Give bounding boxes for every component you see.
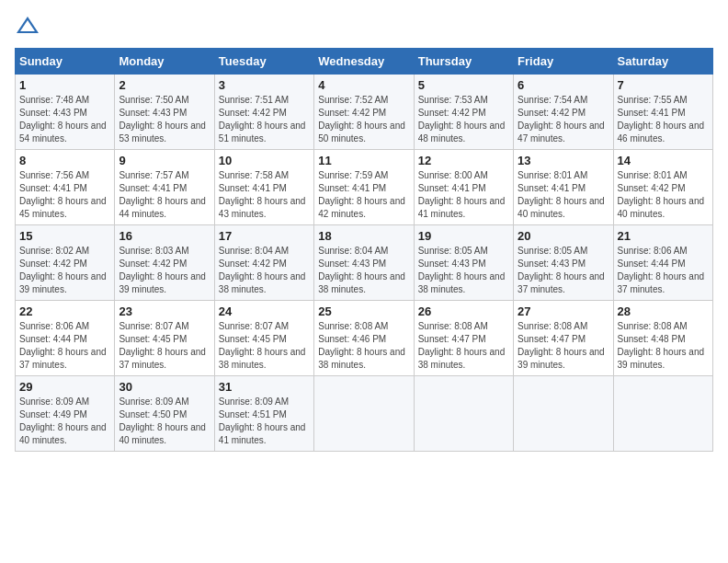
- day-number: 2: [119, 78, 210, 92]
- calendar-cell: 22 Sunrise: 8:06 AMSunset: 4:44 PMDaylig…: [16, 301, 115, 376]
- calendar-cell: 14 Sunrise: 8:01 AMSunset: 4:42 PMDaylig…: [613, 150, 712, 225]
- calendar-cell: 20 Sunrise: 8:05 AMSunset: 4:43 PMDaylig…: [514, 225, 613, 301]
- day-number: 14: [618, 154, 709, 167]
- calendar-cell: 31 Sunrise: 8:09 AMSunset: 4:51 PMDaylig…: [214, 376, 313, 452]
- calendar-cell: 13 Sunrise: 8:01 AMSunset: 4:41 PMDaylig…: [514, 150, 613, 225]
- day-number: 19: [418, 229, 509, 243]
- day-number: 22: [19, 304, 110, 318]
- day-info: Sunrise: 7:58 AMSunset: 4:41 PMDaylight:…: [219, 169, 310, 221]
- col-header-thursday: Thursday: [414, 49, 513, 75]
- day-info: Sunrise: 7:55 AMSunset: 4:41 PMDaylight:…: [618, 94, 709, 145]
- day-number: 18: [318, 229, 409, 243]
- day-info: Sunrise: 7:52 AMSunset: 4:42 PMDaylight:…: [318, 94, 409, 145]
- col-header-tuesday: Tuesday: [214, 49, 313, 75]
- calendar-cell: 23 Sunrise: 8:07 AMSunset: 4:45 PMDaylig…: [115, 301, 214, 376]
- day-number: 4: [318, 78, 409, 92]
- day-number: 23: [119, 304, 210, 318]
- day-number: 7: [618, 78, 709, 92]
- day-number: 27: [518, 304, 609, 318]
- day-info: Sunrise: 8:06 AMSunset: 4:44 PMDaylight:…: [618, 245, 709, 296]
- day-number: 13: [518, 154, 609, 167]
- col-header-wednesday: Wednesday: [314, 49, 414, 75]
- calendar-cell: 17 Sunrise: 8:04 AMSunset: 4:42 PMDaylig…: [214, 225, 313, 301]
- day-info: Sunrise: 8:00 AMSunset: 4:41 PMDaylight:…: [418, 169, 509, 221]
- day-number: 16: [119, 229, 210, 243]
- calendar-cell: 8 Sunrise: 7:56 AMSunset: 4:41 PMDayligh…: [16, 150, 115, 225]
- calendar-cell: 21 Sunrise: 8:06 AMSunset: 4:44 PMDaylig…: [613, 225, 712, 301]
- calendar-cell: 15 Sunrise: 8:02 AMSunset: 4:42 PMDaylig…: [16, 225, 115, 301]
- day-info: Sunrise: 7:53 AMSunset: 4:42 PMDaylight:…: [418, 94, 509, 145]
- calendar-cell: 12 Sunrise: 8:00 AMSunset: 4:41 PMDaylig…: [414, 150, 513, 225]
- day-info: Sunrise: 8:09 AMSunset: 4:51 PMDaylight:…: [219, 396, 310, 447]
- day-info: Sunrise: 8:09 AMSunset: 4:50 PMDaylight:…: [119, 396, 210, 447]
- day-info: Sunrise: 7:59 AMSunset: 4:41 PMDaylight:…: [318, 169, 409, 221]
- day-number: 24: [219, 304, 310, 318]
- day-info: Sunrise: 8:09 AMSunset: 4:49 PMDaylight:…: [19, 396, 110, 447]
- col-header-monday: Monday: [115, 49, 214, 75]
- day-info: Sunrise: 7:56 AMSunset: 4:41 PMDaylight:…: [19, 169, 110, 221]
- day-number: 17: [219, 229, 310, 243]
- calendar-cell: [314, 376, 414, 452]
- day-number: 10: [219, 154, 310, 167]
- calendar-cell: 7 Sunrise: 7:55 AMSunset: 4:41 PMDayligh…: [613, 75, 712, 150]
- calendar-cell: [414, 376, 513, 452]
- day-info: Sunrise: 8:07 AMSunset: 4:45 PMDaylight:…: [119, 320, 210, 372]
- calendar-cell: 19 Sunrise: 8:05 AMSunset: 4:43 PMDaylig…: [414, 225, 513, 301]
- calendar-cell: 24 Sunrise: 8:07 AMSunset: 4:45 PMDaylig…: [214, 301, 313, 376]
- calendar-cell: 18 Sunrise: 8:04 AMSunset: 4:43 PMDaylig…: [314, 225, 414, 301]
- day-info: Sunrise: 7:57 AMSunset: 4:41 PMDaylight:…: [119, 169, 210, 221]
- day-number: 30: [119, 380, 210, 394]
- day-info: Sunrise: 8:05 AMSunset: 4:43 PMDaylight:…: [518, 245, 609, 296]
- day-number: 26: [418, 304, 509, 318]
- calendar-cell: 9 Sunrise: 7:57 AMSunset: 4:41 PMDayligh…: [115, 150, 214, 225]
- day-info: Sunrise: 8:02 AMSunset: 4:42 PMDaylight:…: [19, 245, 110, 296]
- day-number: 21: [618, 229, 709, 243]
- day-info: Sunrise: 8:06 AMSunset: 4:44 PMDaylight:…: [19, 320, 110, 372]
- day-info: Sunrise: 8:08 AMSunset: 4:46 PMDaylight:…: [318, 320, 409, 372]
- calendar-cell: 4 Sunrise: 7:52 AMSunset: 4:42 PMDayligh…: [314, 75, 414, 150]
- day-info: Sunrise: 8:08 AMSunset: 4:48 PMDaylight:…: [618, 320, 709, 372]
- calendar-cell: [613, 376, 712, 452]
- day-info: Sunrise: 8:01 AMSunset: 4:42 PMDaylight:…: [618, 169, 709, 221]
- calendar-cell: 10 Sunrise: 7:58 AMSunset: 4:41 PMDaylig…: [214, 150, 313, 225]
- day-info: Sunrise: 8:08 AMSunset: 4:47 PMDaylight:…: [518, 320, 609, 372]
- day-number: 25: [318, 304, 409, 318]
- day-number: 28: [618, 304, 709, 318]
- calendar-cell: 6 Sunrise: 7:54 AMSunset: 4:42 PMDayligh…: [514, 75, 613, 150]
- calendar-cell: 27 Sunrise: 8:08 AMSunset: 4:47 PMDaylig…: [514, 301, 613, 376]
- calendar-cell: 16 Sunrise: 8:03 AMSunset: 4:42 PMDaylig…: [115, 225, 214, 301]
- calendar-cell: 28 Sunrise: 8:08 AMSunset: 4:48 PMDaylig…: [613, 301, 712, 376]
- calendar-cell: 26 Sunrise: 8:08 AMSunset: 4:47 PMDaylig…: [414, 301, 513, 376]
- page-header: [15, 15, 713, 37]
- day-number: 8: [19, 154, 110, 167]
- day-info: Sunrise: 8:05 AMSunset: 4:43 PMDaylight:…: [418, 245, 509, 296]
- day-info: Sunrise: 8:07 AMSunset: 4:45 PMDaylight:…: [219, 320, 310, 372]
- calendar-cell: 11 Sunrise: 7:59 AMSunset: 4:41 PMDaylig…: [314, 150, 414, 225]
- day-info: Sunrise: 7:50 AMSunset: 4:43 PMDaylight:…: [119, 94, 210, 145]
- calendar-cell: 1 Sunrise: 7:48 AMSunset: 4:43 PMDayligh…: [16, 75, 115, 150]
- day-number: 6: [518, 78, 609, 92]
- calendar-table: SundayMondayTuesdayWednesdayThursdayFrid…: [15, 48, 713, 452]
- logo: [15, 15, 44, 37]
- logo-icon: [15, 15, 40, 37]
- day-info: Sunrise: 7:54 AMSunset: 4:42 PMDaylight:…: [518, 94, 609, 145]
- day-info: Sunrise: 7:48 AMSunset: 4:43 PMDaylight:…: [19, 94, 110, 145]
- day-number: 31: [219, 380, 310, 394]
- calendar-cell: 29 Sunrise: 8:09 AMSunset: 4:49 PMDaylig…: [16, 376, 115, 452]
- day-number: 15: [19, 229, 110, 243]
- day-number: 29: [19, 380, 110, 394]
- calendar-cell: 2 Sunrise: 7:50 AMSunset: 4:43 PMDayligh…: [115, 75, 214, 150]
- day-number: 9: [119, 154, 210, 167]
- day-number: 12: [418, 154, 509, 167]
- day-number: 1: [19, 78, 110, 92]
- col-header-sunday: Sunday: [16, 49, 115, 75]
- calendar-cell: 25 Sunrise: 8:08 AMSunset: 4:46 PMDaylig…: [314, 301, 414, 376]
- day-info: Sunrise: 8:01 AMSunset: 4:41 PMDaylight:…: [518, 169, 609, 221]
- day-number: 3: [219, 78, 310, 92]
- col-header-friday: Friday: [514, 49, 613, 75]
- day-info: Sunrise: 7:51 AMSunset: 4:42 PMDaylight:…: [219, 94, 310, 145]
- calendar-cell: 3 Sunrise: 7:51 AMSunset: 4:42 PMDayligh…: [214, 75, 313, 150]
- day-info: Sunrise: 8:04 AMSunset: 4:43 PMDaylight:…: [318, 245, 409, 296]
- day-info: Sunrise: 8:08 AMSunset: 4:47 PMDaylight:…: [418, 320, 509, 372]
- calendar-cell: 30 Sunrise: 8:09 AMSunset: 4:50 PMDaylig…: [115, 376, 214, 452]
